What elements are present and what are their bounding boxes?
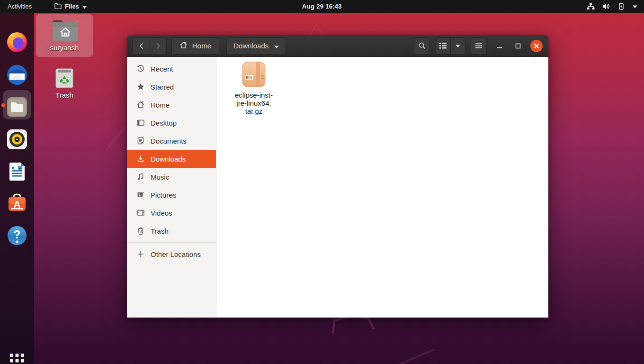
files-icon — [6, 96, 28, 118]
network-icon — [587, 3, 595, 10]
pathbar-home-button[interactable]: Home — [171, 37, 219, 55]
files-window: Home Downloads — [127, 35, 548, 318]
hamburger-menu-button[interactable] — [471, 37, 487, 55]
sidebar-item-label: Pictures — [151, 191, 176, 199]
sidebar-item-label: Videos — [151, 209, 172, 217]
home-folder-icon — [50, 18, 79, 42]
svg-text:?: ? — [14, 228, 21, 241]
window-controls — [493, 40, 543, 52]
file-view[interactable]: eclipse-inst- jre-linux64. tar.gz — [216, 57, 548, 318]
nav-buttons — [133, 37, 167, 55]
view-toggle-group — [435, 37, 465, 55]
archive-file-icon — [239, 60, 268, 89]
volume-icon — [602, 3, 610, 10]
thunderbird-icon — [6, 64, 28, 86]
file-name: eclipse-inst- jre-linux64. tar.gz — [235, 91, 273, 115]
sidebar-item-desktop[interactable]: Desktop — [127, 114, 216, 132]
sidebar-item-label: Other Locations — [151, 250, 201, 258]
firefox-icon — [6, 31, 28, 53]
sidebar-item-downloads[interactable]: Downloads — [127, 150, 216, 168]
pictures-icon — [137, 191, 144, 199]
close-button[interactable] — [530, 40, 543, 52]
sidebar-item-recent[interactable]: Recent — [127, 60, 216, 78]
header-bar[interactable]: Home Downloads — [127, 35, 548, 57]
libreoffice-writer-icon — [7, 161, 27, 182]
sidebar-item-home[interactable]: Home — [127, 96, 216, 114]
pathbar-current-folder-button[interactable]: Downloads — [226, 37, 286, 55]
sidebar-item-label: Desktop — [151, 119, 177, 127]
dock-item-thunderbird[interactable] — [6, 64, 28, 86]
battery-icon — [617, 3, 625, 10]
system-status-area[interactable] — [587, 3, 644, 10]
sidebar-item-label: Music — [151, 173, 169, 181]
home-icon — [179, 41, 188, 50]
sidebar-separator — [127, 242, 216, 243]
sidebar-item-music[interactable]: Music — [127, 168, 216, 186]
dock-item-rhythmbox[interactable] — [6, 128, 28, 151]
maximize-button[interactable] — [512, 40, 524, 52]
sidebar-item-documents[interactable]: Documents — [127, 132, 216, 150]
dock-item-files[interactable] — [6, 96, 28, 118]
desktop-icon-label: Trash — [55, 91, 73, 100]
show-applications-button[interactable] — [6, 349, 28, 364]
desktop: Activities Files Aug 29 16:43 — [0, 0, 644, 364]
dock: A ? — [0, 13, 34, 364]
file-item-archive[interactable]: eclipse-inst- jre-linux64. tar.gz — [226, 60, 282, 115]
dock-item-help[interactable]: ? — [6, 224, 28, 247]
recent-icon — [137, 65, 144, 73]
search-button[interactable] — [414, 37, 430, 55]
running-indicator-dot — [1, 103, 5, 107]
view-options-button[interactable] — [451, 37, 465, 55]
desktop-icon-trash[interactable]: Trash — [36, 65, 93, 102]
sidebar-item-starred[interactable]: Starred — [127, 78, 216, 96]
back-button[interactable] — [133, 37, 150, 55]
ubuntu-software-icon: A — [7, 193, 27, 214]
music-icon — [137, 173, 144, 181]
header-right-controls — [414, 37, 545, 55]
help-icon: ? — [6, 225, 28, 246]
plus-icon — [137, 250, 144, 258]
clock[interactable]: Aug 29 16:43 — [0, 3, 644, 10]
list-view-button[interactable] — [435, 37, 451, 55]
desktop-icon-home-folder[interactable]: suryansh — [36, 14, 93, 57]
videos-icon — [137, 209, 144, 217]
pathbar-current-label: Downloads — [233, 42, 268, 50]
sidebar: Recent Starred Home Desktop Documents — [127, 57, 216, 318]
dock-item-libreoffice-writer[interactable] — [6, 160, 28, 183]
home-icon — [137, 101, 144, 109]
desktop-icon-label: suryansh — [50, 44, 79, 52]
sidebar-item-videos[interactable]: Videos — [127, 204, 216, 222]
rhythmbox-icon — [7, 129, 27, 150]
sidebar-item-trash[interactable]: Trash — [127, 222, 216, 240]
sidebar-item-label: Trash — [151, 227, 169, 235]
pathbar-home-label: Home — [192, 42, 211, 50]
sidebar-item-other-locations[interactable]: Other Locations — [127, 245, 216, 263]
downloads-icon — [137, 155, 144, 163]
minimize-button[interactable] — [493, 40, 506, 52]
forward-button[interactable] — [150, 37, 167, 55]
dock-item-firefox[interactable] — [6, 31, 28, 54]
sidebar-item-label: Downloads — [151, 155, 186, 163]
svg-text:A: A — [14, 199, 20, 209]
sidebar-item-label: Recent — [151, 65, 173, 73]
sidebar-item-label: Home — [151, 101, 170, 109]
starred-icon — [137, 83, 144, 91]
app-grid-icon — [9, 353, 25, 364]
trash-icon — [53, 67, 76, 89]
window-body: Recent Starred Home Desktop Documents — [127, 57, 548, 318]
documents-icon — [137, 137, 144, 145]
dock-item-ubuntu-software[interactable]: A — [6, 192, 28, 215]
sidebar-item-pictures[interactable]: Pictures — [127, 186, 216, 204]
trash-icon — [137, 227, 144, 235]
top-bar: Activities Files Aug 29 16:43 — [0, 0, 644, 13]
sidebar-item-label: Documents — [151, 137, 187, 145]
desktop-icon — [137, 119, 144, 127]
sidebar-item-label: Starred — [151, 83, 174, 91]
chevron-down-icon — [633, 5, 637, 8]
chevron-down-icon — [274, 42, 279, 50]
